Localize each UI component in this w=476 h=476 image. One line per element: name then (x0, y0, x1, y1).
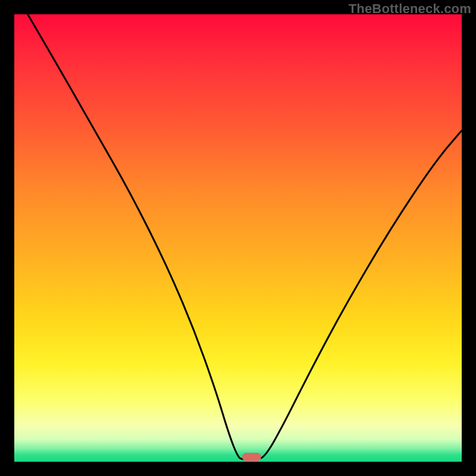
plot-area (14, 14, 462, 462)
chart-frame: TheBottleneck.com (0, 0, 476, 476)
bottleneck-curve-layer (14, 14, 462, 462)
optimal-point-marker (242, 453, 261, 461)
watermark-text: TheBottleneck.com (349, 1, 471, 17)
bottleneck-curve (28, 14, 462, 459)
